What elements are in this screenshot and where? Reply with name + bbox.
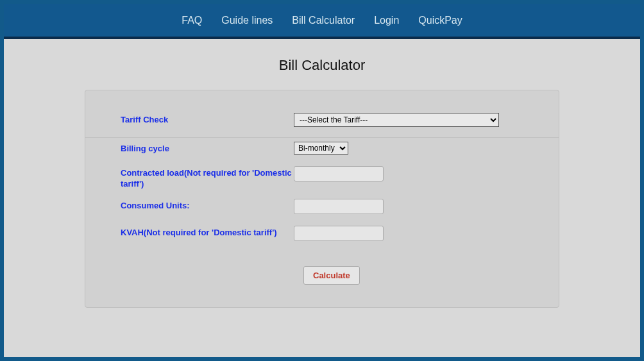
page-title: Bill Calculator [279, 57, 366, 74]
contracted-load-input[interactable] [294, 166, 384, 181]
nav-quickpay[interactable]: QuickPay [418, 15, 462, 26]
kvah-input[interactable] [294, 226, 384, 241]
tariff-check-label: Tariff Check [121, 113, 294, 126]
billing-cycle-select[interactable]: Bi-monthly [294, 142, 348, 155]
nav-bill-calculator[interactable]: Bill Calculator [292, 15, 355, 26]
kvah-label: KVAH(Not required for 'Domestic tariff') [121, 226, 294, 239]
billing-cycle-label: Billing cycle [121, 142, 294, 155]
nav-faq[interactable]: FAQ [182, 15, 202, 26]
content-area: Bill Calculator Tariff Check ---Select t… [4, 39, 640, 357]
tariff-select[interactable]: ---Select the Tariff--- [294, 113, 499, 127]
top-navbar: FAQ Guide lines Bill Calculator Login Qu… [4, 4, 640, 39]
calculate-button[interactable]: Calculate [303, 266, 360, 285]
consumed-units-label: Consumed Units: [121, 199, 294, 212]
contracted-load-label: Contracted load(Not required for 'Domest… [121, 166, 294, 190]
row-divider [85, 137, 559, 138]
nav-login[interactable]: Login [374, 15, 399, 26]
nav-guidelines[interactable]: Guide lines [221, 15, 273, 26]
consumed-units-input[interactable] [294, 199, 384, 214]
calculator-form-panel: Tariff Check ---Select the Tariff--- Bil… [85, 90, 559, 308]
